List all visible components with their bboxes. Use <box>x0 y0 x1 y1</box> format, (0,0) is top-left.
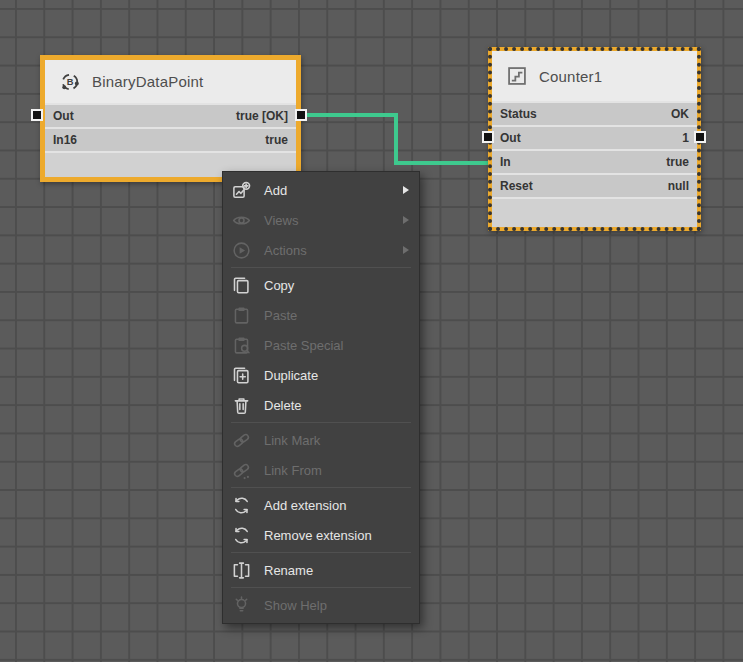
submenu-arrow-icon <box>403 216 409 224</box>
menu-separator <box>231 267 411 268</box>
duplicate-icon <box>232 366 251 385</box>
binary-point-icon: B <box>59 71 81 93</box>
row-value: OK <box>671 107 689 121</box>
menu-item-link-mark: Link Mark <box>223 425 419 455</box>
menu-item-copy[interactable]: Copy <box>223 270 419 300</box>
copy-icon <box>232 276 251 295</box>
menu-item-add-extension[interactable]: Add extension <box>223 490 419 520</box>
link-from-icon <box>232 461 251 480</box>
node-row[interactable]: Out 1 <box>492 125 697 149</box>
submenu-arrow-icon <box>403 186 409 194</box>
menu-item-rename[interactable]: Rename <box>223 555 419 585</box>
delete-icon <box>232 396 251 415</box>
add-extension-icon <box>232 496 251 515</box>
pin-binary-out-left[interactable] <box>31 109 43 121</box>
pin-counter-out-left[interactable] <box>482 131 494 143</box>
node-binarydatapoint[interactable]: B BinaryDataPoint Out true [OK] In16 tru… <box>40 55 301 182</box>
menu-separator <box>231 422 411 423</box>
node-header[interactable]: Counter1 <box>492 51 697 101</box>
node-header[interactable]: B BinaryDataPoint <box>45 60 296 103</box>
menu-item-views: Views <box>223 205 419 235</box>
wire[interactable] <box>303 115 488 163</box>
menu-item-link-from: Link From <box>223 455 419 485</box>
node-row[interactable]: In16 true <box>45 127 296 151</box>
actions-icon <box>232 241 251 260</box>
row-label: Reset <box>500 179 533 193</box>
pin-binary-out-right[interactable] <box>295 109 307 121</box>
menu-item-duplicate[interactable]: Duplicate <box>223 360 419 390</box>
row-value: true <box>265 133 288 147</box>
row-label: Status <box>500 107 537 121</box>
node-counter1[interactable]: Counter1 Status OK Out 1 In true Reset n… <box>488 47 701 231</box>
menu-item-show-help: Show Help <box>223 590 419 620</box>
svg-text:B: B <box>67 77 74 87</box>
submenu-arrow-icon <box>403 246 409 254</box>
row-label: Out <box>53 109 74 123</box>
rename-icon <box>232 561 251 580</box>
menu-item-remove-extension[interactable]: Remove extension <box>223 520 419 550</box>
wire-sheet-canvas[interactable]: { "canvas": { "bg": "#5b5b5b", "grid_lin… <box>0 0 743 662</box>
menu-separator <box>231 587 411 588</box>
add-icon <box>232 181 251 200</box>
views-icon <box>232 211 251 230</box>
menu-separator <box>231 552 411 553</box>
counter-icon <box>506 65 528 87</box>
paste-icon <box>232 306 251 325</box>
menu-item-actions: Actions <box>223 235 419 265</box>
row-label: Out <box>500 131 521 145</box>
node-row[interactable]: Out true [OK] <box>45 103 296 127</box>
row-label: In16 <box>53 133 77 147</box>
node-title: BinaryDataPoint <box>92 73 203 90</box>
node-row[interactable]: In true <box>492 149 697 173</box>
menu-separator <box>231 487 411 488</box>
menu-item-add[interactable]: Add <box>223 175 419 205</box>
context-menu: Add Views Actions Copy Paste Paste Speci… <box>222 171 420 624</box>
row-value: 1 <box>682 131 689 145</box>
row-value: true <box>666 155 689 169</box>
paste-special-icon <box>232 336 251 355</box>
remove-extension-icon <box>232 526 251 545</box>
row-value: true [OK] <box>236 109 288 123</box>
node-row[interactable]: Status OK <box>492 101 697 125</box>
menu-item-paste: Paste <box>223 300 419 330</box>
show-help-icon <box>232 596 251 615</box>
node-row[interactable]: Reset null <box>492 173 697 197</box>
menu-item-paste-special: Paste Special <box>223 330 419 360</box>
link-mark-icon <box>232 431 251 450</box>
menu-item-delete[interactable]: Delete <box>223 390 419 420</box>
row-label: In <box>500 155 511 169</box>
row-value: null <box>668 179 689 193</box>
node-title: Counter1 <box>539 68 602 85</box>
node-empty-slot[interactable] <box>492 197 697 227</box>
pin-counter-out-right[interactable] <box>694 131 706 143</box>
